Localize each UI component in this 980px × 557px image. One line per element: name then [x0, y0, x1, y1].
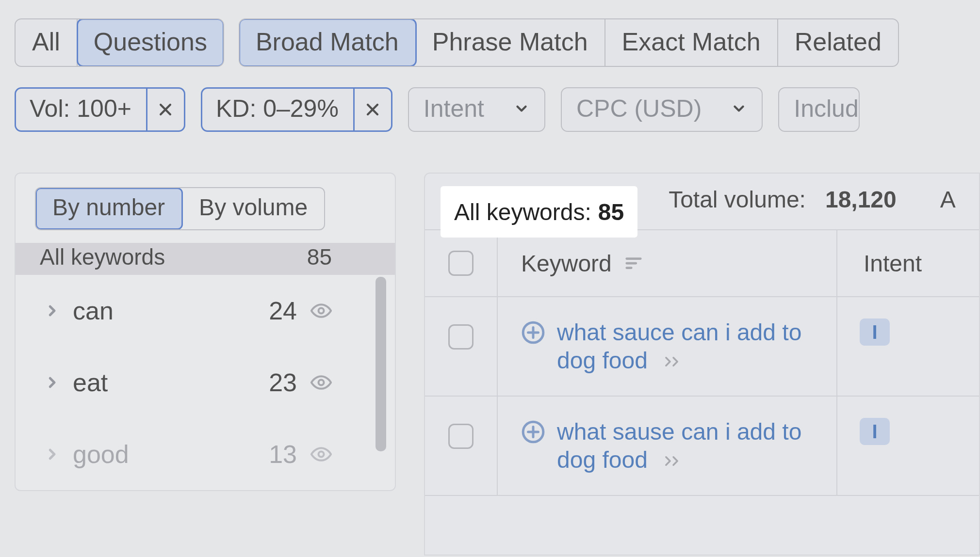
filter-chip-kd[interactable]: KD: 0–29%: [201, 87, 392, 132]
row-select-cell: [425, 297, 498, 396]
chevron-right-icon: [45, 375, 59, 390]
sort-icon: [624, 255, 643, 271]
filter-chip-volume-remove[interactable]: [146, 89, 184, 130]
filter-chip-volume[interactable]: Vol: 100+: [15, 87, 185, 132]
row-keyword-cell: what sauce can i add to dog food: [498, 297, 837, 396]
filter-bar: Vol: 100+ KD: 0–29% Intent CPC (USD) Inc…: [15, 87, 860, 132]
highlight-label: All keywords:: [454, 199, 591, 225]
filter-include-label: Includ: [794, 95, 858, 123]
svg-point-0: [319, 308, 324, 314]
sort-by-number-tab[interactable]: By number: [36, 188, 182, 229]
filter-chip-kd-remove[interactable]: [353, 89, 391, 130]
row-checkbox[interactable]: [448, 324, 474, 350]
drilldown-icon: [664, 348, 683, 373]
group-count: 23: [269, 368, 297, 397]
row-keyword-cell: what sause can i add to dog food: [498, 397, 837, 495]
drilldown-icon: [664, 447, 683, 473]
group-row-eat[interactable]: eat 23: [16, 347, 395, 418]
intent-badge[interactable]: I: [860, 318, 890, 346]
group-name: can: [73, 296, 114, 325]
group-count: 24: [269, 296, 297, 325]
sort-by-volume-tab[interactable]: By volume: [182, 188, 324, 229]
group-count: 13: [269, 440, 297, 469]
filter-cpc-dropdown[interactable]: CPC (USD): [561, 87, 763, 132]
highlight-all-keywords: All keywords: 85: [441, 187, 637, 237]
group-name: good: [73, 440, 129, 469]
filter-chip-volume-label: Vol: 100+: [16, 89, 146, 130]
stat-trailing: A: [940, 186, 956, 213]
group-all-row[interactable]: All keywords 85: [16, 243, 395, 275]
group-sort-tabs: By number By volume: [35, 187, 325, 230]
group-all-label: All keywords: [40, 244, 165, 270]
tab-all[interactable]: All: [16, 19, 78, 66]
tab-exact-match[interactable]: Exact Match: [605, 19, 778, 66]
svg-point-1: [319, 380, 324, 385]
select-all-checkbox[interactable]: [448, 251, 474, 276]
group-name: eat: [73, 368, 108, 397]
svg-point-2: [319, 452, 324, 457]
stat-total-volume-value: 18,120: [825, 186, 897, 213]
filter-intent-label: Intent: [424, 95, 484, 123]
close-icon: [157, 101, 174, 118]
highlight-value: 85: [598, 199, 624, 225]
close-icon: [364, 101, 381, 118]
chevron-right-icon: [45, 447, 59, 462]
keyword-groups-panel: By number By volume All keywords 85 can …: [15, 173, 396, 491]
col-keyword-label: Keyword: [521, 250, 612, 277]
keyword-link[interactable]: what sause can i add to dog food: [557, 418, 814, 474]
eye-icon[interactable]: [310, 444, 332, 465]
chevron-down-icon: [513, 100, 530, 117]
tab-phrase-match[interactable]: Phrase Match: [416, 19, 605, 66]
chevron-right-icon: [45, 303, 59, 318]
chevron-down-icon: [731, 100, 747, 117]
group-all-count: 85: [307, 244, 332, 270]
filter-intent-dropdown[interactable]: Intent: [408, 87, 545, 132]
group-row-can[interactable]: can 24: [16, 275, 395, 347]
match-type-tabs: All Questions Broad Match Phrase Match E…: [15, 18, 899, 67]
keyword-link[interactable]: what sauce can i add to dog food: [557, 318, 814, 374]
intent-badge[interactable]: I: [860, 418, 890, 445]
tab-group-1: All Questions: [15, 18, 224, 67]
table-row: what sause can i add to dog food I: [425, 397, 979, 496]
row-checkbox[interactable]: [448, 424, 474, 449]
table-row: what sauce can i add to dog food I: [425, 297, 979, 397]
eye-icon[interactable]: [310, 372, 332, 393]
stat-total-volume-label: Total volume:: [669, 186, 806, 213]
group-row-good[interactable]: good 13: [16, 418, 395, 490]
filter-include-dropdown[interactable]: Includ: [778, 87, 859, 132]
tab-questions[interactable]: Questions: [77, 19, 224, 66]
col-keyword-header[interactable]: Keyword: [498, 230, 837, 296]
select-all-cell: [425, 230, 498, 296]
row-intent-cell: I: [837, 397, 973, 495]
tab-broad-match[interactable]: Broad Match: [239, 19, 416, 66]
add-to-list-button[interactable]: [521, 320, 545, 345]
table-header: Keyword Intent: [425, 229, 979, 297]
row-select-cell: [425, 397, 498, 495]
filter-chip-kd-label: KD: 0–29%: [202, 89, 353, 130]
col-intent-header[interactable]: Intent: [837, 230, 973, 296]
group-list: can 24 eat 23 good 13: [16, 275, 395, 490]
eye-icon[interactable]: [310, 300, 332, 321]
filter-cpc-label: CPC (USD): [576, 95, 702, 123]
add-to-list-button[interactable]: [521, 420, 545, 444]
scrollbar[interactable]: [376, 277, 386, 451]
tab-related[interactable]: Related: [778, 19, 898, 66]
col-intent-label: Intent: [864, 250, 922, 277]
row-intent-cell: I: [837, 297, 973, 396]
tab-group-2: Broad Match Phrase Match Exact Match Rel…: [239, 18, 899, 67]
